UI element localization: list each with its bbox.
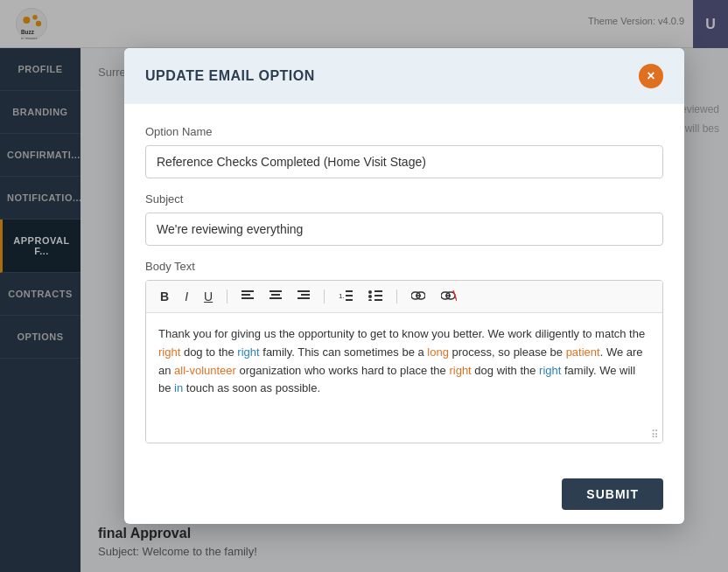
svg-text:1.: 1. bbox=[339, 292, 345, 300]
svg-line-27 bbox=[453, 290, 457, 301]
underline-button[interactable]: U bbox=[200, 288, 216, 305]
ordered-list-button[interactable]: 1. bbox=[335, 288, 356, 305]
unlink-button[interactable] bbox=[438, 288, 460, 305]
toolbar-divider-2 bbox=[324, 289, 325, 303]
subject-input[interactable] bbox=[145, 213, 663, 246]
editor-content-area[interactable]: Thank you for giving us the opportunity … bbox=[146, 313, 662, 427]
modal-body: Option Name Subject Body Text B I U bbox=[124, 104, 684, 464]
italic-button[interactable]: I bbox=[181, 288, 192, 305]
toolbar-divider-1 bbox=[227, 289, 228, 303]
svg-rect-12 bbox=[298, 290, 310, 292]
svg-point-21 bbox=[368, 299, 372, 301]
svg-rect-6 bbox=[242, 290, 254, 292]
svg-rect-23 bbox=[374, 295, 382, 296]
svg-point-20 bbox=[368, 295, 372, 298]
body-text-label: Body Text bbox=[145, 260, 663, 273]
svg-rect-16 bbox=[346, 290, 353, 292]
align-left-button[interactable] bbox=[238, 288, 257, 305]
align-center-button[interactable] bbox=[266, 288, 285, 305]
option-name-input[interactable] bbox=[145, 145, 663, 178]
svg-rect-24 bbox=[374, 299, 382, 301]
svg-rect-9 bbox=[270, 290, 282, 292]
svg-rect-11 bbox=[270, 297, 282, 299]
svg-rect-22 bbox=[374, 290, 382, 292]
body-editor: B I U 1. bbox=[145, 280, 663, 443]
svg-rect-10 bbox=[271, 294, 280, 296]
modal-title: UPDATE EMAIL OPTION bbox=[145, 68, 315, 84]
option-name-label: Option Name bbox=[145, 125, 663, 138]
modal-close-button[interactable]: × bbox=[639, 64, 663, 88]
bold-button[interactable]: B bbox=[157, 288, 172, 305]
link-button[interactable] bbox=[408, 288, 429, 305]
editor-resize-handle[interactable]: ⠿ bbox=[146, 427, 662, 443]
unordered-list-button[interactable] bbox=[365, 288, 386, 305]
submit-button[interactable]: SUBMIT bbox=[562, 478, 663, 510]
svg-rect-13 bbox=[301, 294, 310, 296]
svg-rect-17 bbox=[346, 295, 353, 296]
svg-rect-8 bbox=[242, 297, 254, 299]
modal-footer: SUBMIT bbox=[124, 464, 684, 524]
svg-rect-14 bbox=[298, 297, 310, 299]
align-right-button[interactable] bbox=[294, 288, 313, 305]
modal-box: UPDATE EMAIL OPTION × Option Name Subjec… bbox=[124, 48, 684, 524]
svg-rect-7 bbox=[242, 294, 250, 296]
editor-toolbar: B I U 1. bbox=[146, 281, 662, 313]
subject-field-label: Subject bbox=[145, 192, 663, 206]
toolbar-divider-3 bbox=[396, 289, 397, 303]
svg-point-19 bbox=[368, 290, 372, 294]
svg-rect-18 bbox=[346, 299, 353, 301]
modal-header: UPDATE EMAIL OPTION × bbox=[124, 48, 684, 104]
modal: UPDATE EMAIL OPTION × Option Name Subjec… bbox=[80, 39, 728, 572]
